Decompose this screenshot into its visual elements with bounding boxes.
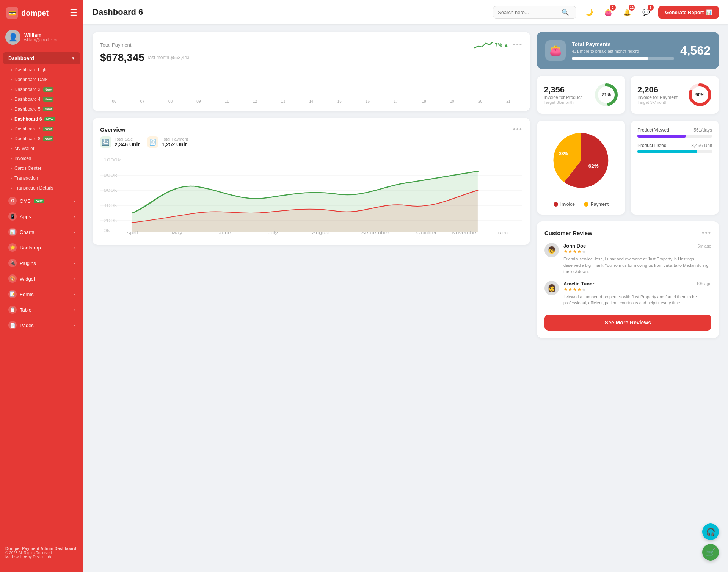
sidebar-item-dashboard-6[interactable]: › Dashboard 6 New (0, 114, 83, 124)
see-more-reviews-button[interactable]: See More Reviews (544, 315, 711, 331)
hamburger-button[interactable]: ☰ (70, 8, 77, 18)
sidebar-menu-items: ⚙ CMS New › 📱 Apps › 📊 Charts › ⭐ Bootst… (0, 193, 83, 333)
sidebar-menu-forms[interactable]: 📝 Forms › (3, 287, 80, 302)
product-listed-value: 3,456 Unit (691, 143, 712, 148)
product-listed-label: Product Listed (637, 143, 667, 148)
tpb-number: 4,562 (680, 44, 711, 58)
search-icon: 🔍 (562, 9, 569, 16)
dark-mode-button[interactable]: 🌙 (582, 5, 596, 19)
review-text: Friendly service Josh, Lunar and everyon… (563, 256, 711, 275)
product-stats-card: Product Viewed 561/days Product Listed 3… (631, 121, 719, 215)
sidebar-item-transaction[interactable]: › Transaction (0, 173, 83, 183)
sidebar-item-dashboard-3[interactable]: › Dashboard 3 New (0, 85, 83, 94)
sidebar-item-transaction-details[interactable]: › Transaction Details (0, 183, 83, 193)
customer-review-title: Customer Review (544, 230, 592, 236)
svg-text:May: May (171, 231, 183, 235)
wallet-button[interactable]: 👛 2 (601, 5, 615, 19)
invoice-product-label: Invoice for Product (544, 95, 582, 100)
sidebar-item-dashboard-dark[interactable]: › Dashboard Dark (0, 75, 83, 85)
footer-copy: © 2023 All Rights Reserved (5, 551, 78, 555)
generate-report-button[interactable]: Generate Report 📊 (658, 6, 719, 19)
reviewer-name: John Doe (563, 243, 586, 249)
sidebar-menu-apps[interactable]: 📱 Apps › (3, 209, 80, 224)
review-text: I viewed a number of properties with Jus… (563, 294, 711, 306)
topbar-icons: 🌙 👛 2 🔔 12 💬 5 Generate Report 📊 (582, 5, 719, 19)
sidebar-logo[interactable]: 💳 dompet (6, 7, 49, 19)
invoice-grid: 2,356 Invoice for Product Target 3k/mont… (537, 76, 719, 114)
product-listed-row: Product Listed 3,456 Unit (637, 143, 712, 153)
legend-total-sale: 🔄 Total Sale 2,346 Unit (100, 136, 140, 148)
invoice-payment-label: Invoice for Payment (637, 95, 678, 100)
sidebar-menu-bootstrap[interactable]: ⭐ Bootstrap › (3, 240, 80, 255)
sidebar-footer: Dompet Payment Admin Dashboard © 2023 Al… (0, 541, 83, 564)
reviewer-name: Amelia Tuner (563, 281, 594, 287)
svg-text:38%: 38% (559, 151, 568, 156)
tpb-icon: 👛 (545, 40, 566, 61)
svg-text:62%: 62% (588, 163, 599, 169)
sidebar-menu-cms[interactable]: ⚙ CMS New › (3, 193, 80, 208)
sidebar-menu-plugins[interactable]: 🔌 Plugins › (3, 255, 80, 271)
tpb-progress-fill (572, 57, 648, 60)
notifications-button[interactable]: 🔔 12 (620, 5, 634, 19)
tpb-progress-bar (572, 57, 674, 60)
pie-legend-invoice: Invoice (554, 202, 575, 207)
sidebar-menu-widget[interactable]: 🎨 Widget › (3, 271, 80, 286)
content-grid: Total Payment 7% ▲ ••• (93, 32, 719, 338)
support-button[interactable]: 🎧 (702, 523, 719, 540)
more-options-button[interactable]: ••• (513, 41, 522, 49)
chat-button[interactable]: 💬 5 (639, 5, 653, 19)
svg-text:August: August (312, 231, 330, 235)
overview-legend: 🔄 Total Sale 2,346 Unit 🧾 Total Payment … (100, 136, 522, 148)
pie-legend: Invoice Payment (544, 202, 618, 207)
sidebar-item-my-wallet[interactable]: › My Wallet (0, 144, 83, 154)
tpb-info: Total Payments 431 more to break last mo… (572, 41, 674, 60)
sidebar-item-dashboard-8[interactable]: › Dashboard 8 New (0, 134, 83, 144)
payment-dot (584, 202, 588, 207)
bell-badge: 12 (629, 5, 635, 11)
search-input[interactable] (498, 9, 559, 15)
sidebar-menu-pages[interactable]: 📄 Pages › (3, 318, 80, 333)
overview-more-button[interactable]: ••• (513, 125, 522, 133)
floating-buttons: 🎧 🛒 (702, 523, 719, 561)
tpb-title: Total Payments (572, 41, 674, 47)
dashboard-sub-menu: › Dashboard Light› Dashboard Dark› Dashb… (0, 65, 83, 193)
search-bar[interactable]: 🔍 (493, 6, 576, 19)
sidebar-item-invoices[interactable]: › Invoices (0, 154, 83, 163)
left-column: Total Payment 7% ▲ ••• (93, 32, 530, 338)
reviews-list: 👦 John Doe 5m ago ★★★★★ Friendly service… (544, 243, 711, 306)
review-item: 👦 John Doe 5m ago ★★★★★ Friendly service… (544, 243, 711, 275)
sidebar-item-dashboard-light[interactable]: › Dashboard Light (0, 65, 83, 75)
total-amount: $678,345 last month $563,443 (100, 52, 522, 64)
sidebar-item-cards-center[interactable]: › Cards Center (0, 163, 83, 173)
sparkline-icon (474, 39, 493, 50)
total-payment-title: Total Payment (100, 42, 131, 48)
footer-made-by: Made with ❤ by DexignLab (5, 555, 78, 559)
total-payment-card: Total Payment 7% ▲ ••• (93, 32, 530, 111)
sidebar-header: 💳 dompet ☰ (0, 0, 83, 26)
sidebar-item-dashboard-7[interactable]: › Dashboard 7 New (0, 124, 83, 134)
cart-button[interactable]: 🛒 (702, 544, 719, 561)
review-time: 5m ago (697, 244, 711, 248)
dashboard-menu-header[interactable]: Dashboard ▼ (3, 52, 80, 64)
review-more-button[interactable]: ••• (702, 229, 711, 237)
page-title: Dashboard 6 (93, 7, 487, 17)
sidebar-menu-charts[interactable]: 📊 Charts › (3, 224, 80, 240)
invoice-payment-number: 2,206 (637, 85, 678, 95)
orange-dot: 🧾 (147, 136, 158, 148)
content-area: Total Payment 7% ▲ ••• (83, 24, 728, 572)
product-viewed-value: 561/days (693, 127, 712, 133)
sidebar-item-dashboard-4[interactable]: › Dashboard 4 New (0, 94, 83, 104)
pie-chart-card: 62% 38% Invoice Payment (537, 121, 625, 215)
svg-text:1000k: 1000k (103, 158, 121, 163)
svg-text:400k: 400k (103, 204, 117, 208)
svg-text:800k: 800k (103, 173, 117, 178)
sidebar-menu-table[interactable]: 📋 Table › (3, 302, 80, 317)
avatar: 👤 (5, 30, 20, 45)
invoice-product-number: 2,356 (544, 85, 582, 95)
svg-text:September: September (361, 231, 389, 235)
invoice-product-target: Target 3k/month (544, 100, 582, 105)
invoice-product-card: 2,356 Invoice for Product Target 3k/mont… (537, 76, 625, 114)
pie-legend-payment: Payment (584, 202, 609, 207)
overview-card: Overview ••• 🔄 Total Sale 2,346 Unit (93, 118, 530, 245)
sidebar-item-dashboard-5[interactable]: › Dashboard 5 New (0, 104, 83, 114)
